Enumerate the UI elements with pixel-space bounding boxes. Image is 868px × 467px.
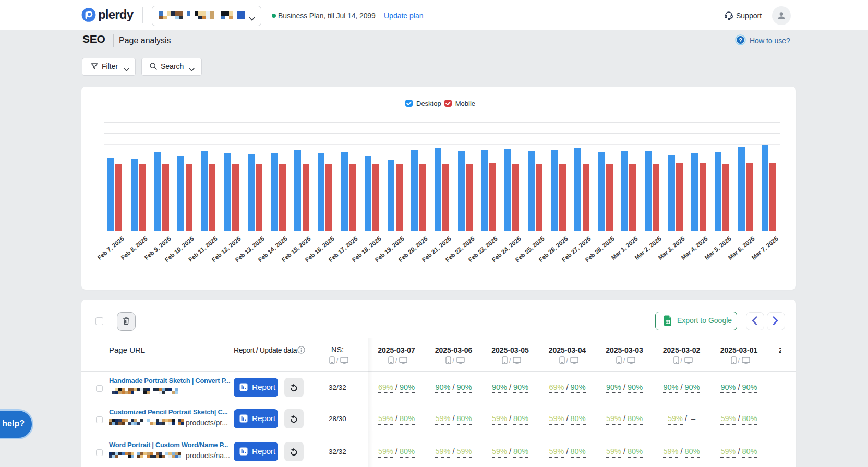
svg-text:?: ? — [739, 37, 742, 43]
